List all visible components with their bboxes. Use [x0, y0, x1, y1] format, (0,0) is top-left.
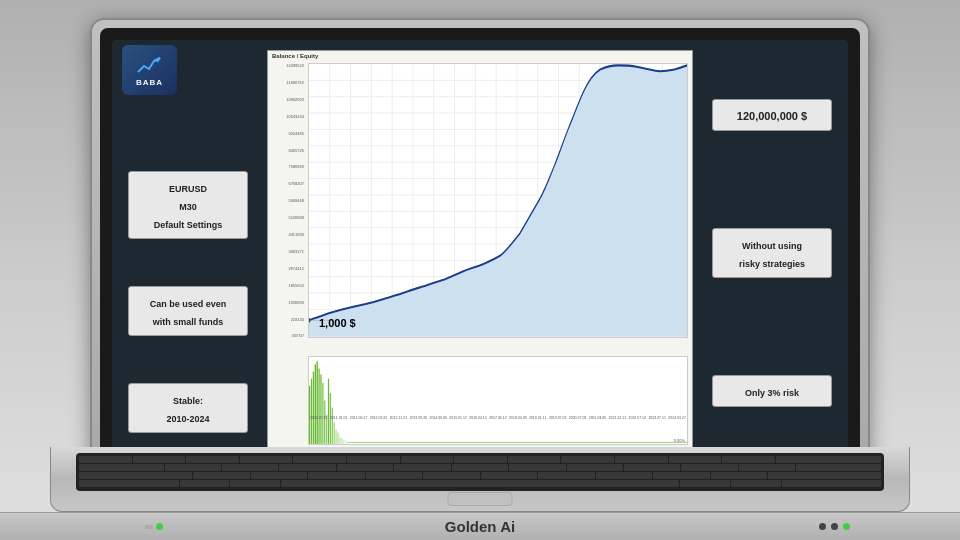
info-box-pair-text: EURUSD M30 Default Settings: [154, 184, 223, 230]
info-box-amount: 120,000,000 $: [712, 99, 832, 131]
svg-rect-36: [311, 379, 312, 444]
left-vent: [145, 525, 153, 529]
key[interactable]: [423, 472, 480, 479]
x-axis-labels: 2010.07.25 2011.01.02 2011.08.17 2012.03…: [308, 415, 688, 421]
key[interactable]: [567, 464, 623, 471]
key-enter[interactable]: [768, 472, 881, 479]
key[interactable]: [251, 472, 308, 479]
info-box-amount-text: 120,000,000 $: [737, 110, 807, 122]
svg-rect-48: [334, 422, 335, 444]
key[interactable]: [454, 456, 507, 463]
key[interactable]: [722, 456, 775, 463]
key[interactable]: [293, 456, 346, 463]
svg-rect-50: [337, 432, 338, 444]
key-enter-top[interactable]: [796, 464, 881, 471]
key[interactable]: [509, 464, 565, 471]
screen-content: BABA EURUSD M30 Default Settings Can be …: [112, 40, 848, 466]
info-box-risk: Only 3% risk: [712, 375, 832, 407]
y-axis-labels: 12499522 11680762 10862003 10043244 9224…: [268, 63, 306, 338]
laptop-screen-body: BABA EURUSD M30 Default Settings Can be …: [90, 18, 870, 480]
info-box-small-funds: Can be used even with small funds: [128, 286, 248, 336]
svg-rect-53: [343, 440, 344, 444]
key[interactable]: [366, 472, 423, 479]
key[interactable]: [230, 480, 280, 487]
svg-rect-51: [339, 437, 340, 444]
key[interactable]: [279, 464, 335, 471]
bottom-label: Golden Ai: [445, 518, 515, 535]
key[interactable]: [452, 464, 508, 471]
key[interactable]: [308, 472, 365, 479]
key-shift-r[interactable]: [782, 480, 882, 487]
key[interactable]: [731, 480, 781, 487]
start-price-label: 1,000 $: [319, 317, 356, 329]
power-led-green: [156, 523, 163, 530]
sub-chart: 0.00%: [308, 356, 688, 445]
laptop-base: [50, 447, 910, 512]
key[interactable]: [538, 472, 595, 479]
key[interactable]: [653, 472, 710, 479]
key[interactable]: [680, 480, 730, 487]
info-left-panel: EURUSD M30 Default Settings Can be used …: [112, 40, 264, 466]
key[interactable]: [394, 464, 450, 471]
bottom-bar: Golden Ai: [0, 512, 960, 540]
key[interactable]: [347, 456, 400, 463]
svg-rect-37: [313, 372, 314, 444]
key[interactable]: [681, 464, 737, 471]
key[interactable]: [711, 472, 768, 479]
key[interactable]: [133, 456, 186, 463]
info-box-small-funds-text: Can be used even with small funds: [150, 299, 227, 327]
scene: BABA EURUSD M30 Default Settings Can be …: [0, 0, 960, 540]
svg-rect-47: [332, 408, 333, 444]
indicator-dot-1: [819, 523, 826, 530]
svg-rect-41: [320, 375, 321, 445]
key-wide[interactable]: [776, 456, 881, 463]
svg-rect-42: [322, 383, 323, 444]
svg-rect-45: [328, 379, 329, 444]
key[interactable]: [508, 456, 561, 463]
left-indicator: [145, 523, 163, 530]
key-tab[interactable]: [79, 464, 164, 471]
svg-rect-54: [345, 440, 346, 444]
key[interactable]: [739, 464, 795, 471]
svg-rect-43: [324, 401, 325, 444]
info-box-pair: EURUSD M30 Default Settings: [128, 171, 248, 239]
info-right-panel: 120,000,000 $ Without using risky strate…: [696, 40, 848, 466]
key-shift-l[interactable]: [79, 480, 179, 487]
key[interactable]: [79, 456, 132, 463]
svg-rect-39: [317, 361, 318, 444]
svg-rect-52: [341, 438, 342, 444]
sub-chart-svg: [309, 357, 687, 444]
touchpad[interactable]: [448, 492, 513, 506]
key-spacebar[interactable]: [281, 480, 679, 487]
key-caps[interactable]: [79, 472, 192, 479]
svg-rect-49: [335, 430, 336, 444]
indicator-dot-green: [843, 523, 850, 530]
info-box-risk-text: Only 3% risk: [745, 388, 799, 398]
key[interactable]: [401, 456, 454, 463]
key[interactable]: [180, 480, 230, 487]
chart-title: Balance / Equity: [272, 53, 318, 59]
right-indicators: [819, 523, 850, 530]
key[interactable]: [596, 472, 653, 479]
key[interactable]: [624, 464, 680, 471]
key[interactable]: [240, 456, 293, 463]
key[interactable]: [615, 456, 668, 463]
indicator-dot-2: [831, 523, 838, 530]
key[interactable]: [337, 464, 393, 471]
chart-container: Balance / Equity 12499522 11680762 10862…: [267, 50, 693, 456]
info-box-stable: Stable: 2010-2024: [128, 383, 248, 433]
key[interactable]: [669, 456, 722, 463]
main-chart: 1,000 $: [308, 63, 688, 338]
key[interactable]: [193, 472, 250, 479]
key[interactable]: [165, 464, 221, 471]
key[interactable]: [222, 464, 278, 471]
key[interactable]: [561, 456, 614, 463]
key[interactable]: [481, 472, 538, 479]
info-box-no-risky-text: Without using risky strategies: [739, 241, 805, 269]
key[interactable]: [186, 456, 239, 463]
info-box-stable-text: Stable: 2010-2024: [166, 396, 209, 424]
deposit-pct: 0.00%: [674, 438, 685, 443]
keyboard: [76, 453, 884, 491]
chart-svg: [309, 64, 687, 337]
info-box-no-risky: Without using risky strategies: [712, 228, 832, 278]
